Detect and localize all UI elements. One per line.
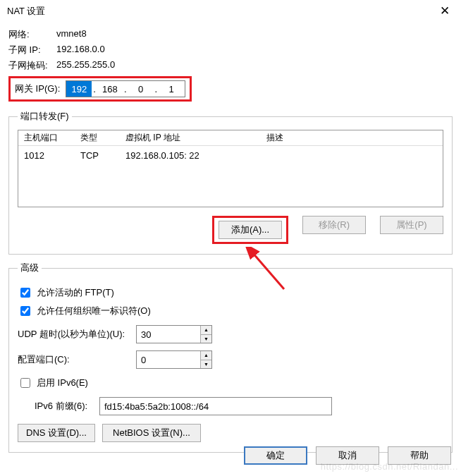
advanced-group: 高级 允许活动的 FTP(T) 允许任何组织唯一标识符(O) UDP 超时(以秒… <box>8 262 453 453</box>
network-info: 网络: vmnet8 子网 IP: 192.168.0.0 子网掩码: 255.… <box>8 28 453 72</box>
allow-active-ftp-label: 允许活动的 FTP(T) <box>37 286 114 299</box>
gateway-ip-oct3[interactable]: 0 <box>128 81 154 97</box>
udp-timeout-label: UDP 超时(以秒为单位)(U): <box>18 328 130 341</box>
gateway-ip-oct4[interactable]: 1 <box>159 81 184 97</box>
add-button-highlight: 添加(A)... <box>212 216 288 244</box>
enable-ipv6-checkbox[interactable] <box>20 378 30 388</box>
col-host-port: 主机端口 <box>24 132 80 144</box>
spin-down-icon[interactable]: ▼ <box>201 360 211 369</box>
col-type: 类型 <box>80 132 125 144</box>
ipv6-prefix-label: IPv6 前缀(6): <box>18 400 94 413</box>
subnet-ip-value: 192.168.0.0 <box>56 44 453 56</box>
col-desc: 描述 <box>266 132 437 144</box>
port-forwarding-group: 端口转发(F) 主机端口 类型 虚拟机 IP 地址 描述 1012 TCP 19… <box>8 110 453 255</box>
enable-ipv6-label: 启用 IPv6(E) <box>37 377 88 389</box>
window-title: NAT 设置 <box>7 5 45 18</box>
config-port-input[interactable] <box>137 351 200 368</box>
spin-up-icon[interactable]: ▲ <box>201 351 211 360</box>
allow-oui-label: 允许任何组织唯一标识符(O) <box>37 305 151 317</box>
port-forwarding-table[interactable]: 主机端口 类型 虚拟机 IP 地址 描述 1012 TCP 192.168.0.… <box>18 130 443 207</box>
remove-button[interactable]: 移除(R) <box>302 216 366 234</box>
col-vm-ip: 虚拟机 IP 地址 <box>125 132 266 144</box>
subnet-mask-label: 子网掩码: <box>8 59 56 72</box>
gateway-ip-input[interactable]: 192 . 168 . 0 . 1 <box>66 80 185 97</box>
subnet-ip-label: 子网 IP: <box>8 44 56 56</box>
ipv6-prefix-input[interactable] <box>99 397 332 415</box>
gateway-ip-oct1[interactable]: 192 <box>66 81 92 97</box>
ok-button[interactable]: 确定 <box>244 446 307 465</box>
advanced-legend: 高级 <box>18 262 42 274</box>
allow-oui-checkbox[interactable] <box>20 306 30 316</box>
subnet-mask-value: 255.255.255.0 <box>56 59 453 72</box>
properties-button[interactable]: 属性(P) <box>380 216 443 234</box>
cell-desc <box>266 150 437 161</box>
network-label: 网络: <box>8 28 56 41</box>
table-row[interactable]: 1012 TCP 192.168.0.105: 22 <box>18 146 443 162</box>
add-button[interactable]: 添加(A)... <box>219 221 282 239</box>
spin-down-icon[interactable]: ▼ <box>201 335 211 343</box>
gateway-ip-row-highlight: 网关 IP(G): 192 . 168 . 0 . 1 <box>8 76 192 102</box>
udp-timeout-spinner[interactable]: ▲ ▼ <box>136 325 212 343</box>
udp-timeout-input[interactable] <box>137 326 200 343</box>
help-button[interactable]: 帮助 <box>388 446 451 465</box>
cell-host-port: 1012 <box>24 150 80 161</box>
gateway-ip-oct2[interactable]: 168 <box>97 81 123 97</box>
config-port-spinner[interactable]: ▲ ▼ <box>136 350 212 369</box>
netbios-settings-button[interactable]: NetBIOS 设置(N)... <box>102 424 201 442</box>
spin-up-icon[interactable]: ▲ <box>201 326 211 335</box>
cancel-button[interactable]: 取消 <box>316 446 379 465</box>
allow-active-ftp-checkbox[interactable] <box>20 288 30 298</box>
close-icon[interactable]: ✕ <box>434 4 455 18</box>
cell-vm-ip: 192.168.0.105: 22 <box>125 150 266 161</box>
config-port-label: 配置端口(C): <box>18 353 81 366</box>
network-value: vmnet8 <box>56 28 453 41</box>
cell-type: TCP <box>80 150 125 161</box>
gateway-ip-label: 网关 IP(G): <box>15 83 60 95</box>
dns-settings-button[interactable]: DNS 设置(D)... <box>18 424 95 442</box>
port-forwarding-legend: 端口转发(F) <box>18 110 72 123</box>
